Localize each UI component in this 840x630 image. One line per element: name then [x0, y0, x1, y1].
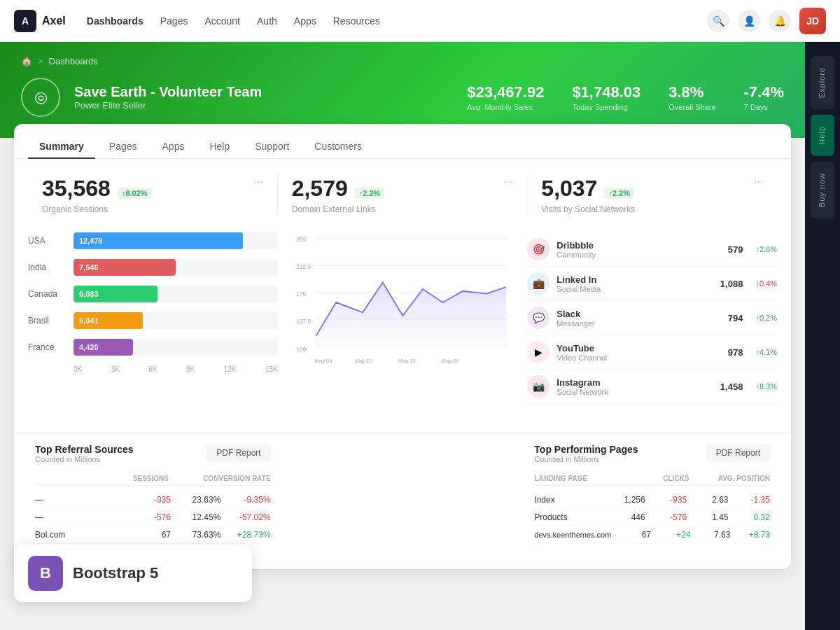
stat-overall-share: 3.8% Overall Share — [668, 83, 715, 111]
tab-help[interactable]: Help — [198, 135, 241, 158]
metric-options-1[interactable]: ··· — [253, 176, 262, 188]
nav-dashboards[interactable]: Dashboards — [87, 15, 144, 27]
bar-fill-brasil: 5,041 — [74, 312, 143, 329]
dribbble-type: Community — [556, 251, 720, 259]
nav-links: Dashboards Pages Account Auth Apps Resou… — [87, 15, 707, 27]
right-sidebar: Explore Help Buy now — [805, 42, 840, 630]
metric-options-3[interactable]: ··· — [754, 176, 763, 188]
brand-icon: A — [14, 10, 36, 32]
nav-resources[interactable]: Resources — [333, 15, 380, 27]
avatar[interactable]: JD — [799, 8, 826, 34]
metric-social-visits: ··· 5,037 ↑2.2% Visits by Social Network… — [527, 176, 777, 214]
tab-support[interactable]: Support — [244, 135, 300, 158]
social-row-instagram: 📷 Instagram Social Network 1,458 ↑8.3% — [527, 370, 777, 404]
referral-row-2: — -576 12.45% -57.02% — [35, 509, 271, 526]
metric-organic-sessions: ··· 35,568 ↑8.02% Organic Sessions — [28, 176, 278, 214]
metrics-row: ··· 35,568 ↑8.02% Organic Sessions ··· 2… — [14, 159, 791, 225]
nav-account[interactable]: Account — [204, 15, 240, 27]
hero-stats: $23,467.92 Avg. Monthly Sales $1,748.03 … — [467, 83, 784, 111]
slack-change: ↑0.2% — [755, 314, 777, 322]
metric-badge-2: ↑2.2% — [355, 188, 385, 199]
brand[interactable]: A Axel — [14, 10, 66, 32]
bar-track-india: 7,546 — [74, 259, 278, 276]
svg-text:100: 100 — [296, 346, 307, 353]
instagram-change: ↑8.3% — [755, 382, 777, 391]
bar-track-brasil: 5,041 — [74, 312, 278, 329]
metric-value-2: 2,579 — [292, 176, 348, 202]
bar-row-usa: USA 12,478 — [28, 232, 278, 249]
bar-label-india: India — [28, 262, 66, 272]
youtube-type: Video Channel — [556, 354, 720, 362]
hero-subtitle: Power Elite Seller — [74, 100, 262, 111]
nav-right: 🔍 👤 🔔 JD — [707, 8, 826, 34]
breadcrumb-separator: > — [38, 56, 43, 66]
nav-pages[interactable]: Pages — [160, 15, 188, 27]
stat-today-spending: $1,748.03 Today Spending — [572, 83, 640, 111]
svg-marker-10 — [316, 282, 505, 345]
hero-content: ◎ Save Earth - Volunteer Team Power Elit… — [21, 78, 784, 117]
tab-summary[interactable]: Summary — [28, 135, 95, 159]
nav-apps[interactable]: Apps — [294, 15, 316, 27]
social-list: 🎯 Dribbble Community 579 ↑2.6% 💼 Linked … — [527, 225, 777, 411]
tab-pages[interactable]: Pages — [98, 135, 148, 158]
instagram-info: Instagram Social Network — [556, 377, 713, 396]
stat-value: -7.4% — [744, 83, 784, 102]
brand-name: Axel — [42, 15, 66, 27]
svg-text:250: 250 — [296, 236, 307, 243]
instagram-icon: 📷 — [527, 375, 550, 398]
home-icon: 🏠 — [21, 56, 32, 66]
svg-text:May 18: May 18 — [398, 358, 415, 364]
stat-label: Avg. Monthly Sales — [467, 103, 544, 111]
tab-customers[interactable]: Customers — [303, 135, 373, 158]
social-row-linkedin: 💼 Linked In Social Media 1,088 ↓0.4% — [527, 267, 777, 301]
instagram-type: Social Network — [556, 388, 713, 396]
linkedin-type: Social Media — [556, 285, 713, 293]
notifications-icon[interactable]: 🔔 — [769, 10, 791, 32]
social-row-youtube: ▶ YouTube Video Channel 978 ↑4.1% — [527, 335, 777, 370]
metric-badge-3: ↑2.2% — [604, 188, 634, 199]
bar-row-brasil: Brasil 5,041 — [28, 312, 278, 329]
stat-monthly-sales: $23,467.92 Avg. Monthly Sales — [467, 83, 544, 111]
nav-auth[interactable]: Auth — [257, 15, 277, 27]
youtube-name: YouTube — [556, 343, 720, 354]
bar-row-india: India 7,546 — [28, 259, 278, 276]
tab-apps[interactable]: Apps — [151, 135, 196, 158]
line-chart-svg: 250 212.5 175 137.5 100 — [278, 232, 528, 372]
bar-fill-france: 4,420 — [74, 339, 133, 356]
buynow-btn[interactable]: Buy now — [811, 162, 834, 218]
dribbble-info: Dribbble Community — [556, 240, 720, 259]
avatar-inner: JD — [799, 8, 826, 34]
bootstrap-icon: B — [28, 556, 63, 591]
breadcrumb-page: Dashboards — [49, 56, 98, 66]
social-row-slack: 💬 Slack Messanger 794 ↑0.2% — [527, 301, 777, 335]
help-btn[interactable]: Help — [811, 115, 834, 156]
linkedin-info: Linked In Social Media — [556, 274, 713, 293]
search-icon[interactable]: 🔍 — [707, 10, 729, 32]
bar-track-france: 4,420 — [74, 339, 278, 356]
metric-options-2[interactable]: ··· — [503, 176, 512, 188]
bar-row-france: France 4,420 — [28, 339, 278, 356]
stat-7days: -7.4% 7 Days — [744, 83, 784, 111]
user-icon[interactable]: 👤 — [738, 10, 760, 32]
youtube-info: YouTube Video Channel — [556, 343, 720, 362]
stat-label: Today Spending — [572, 103, 640, 111]
stat-label: Overall Share — [668, 103, 715, 111]
bar-row-canada: Canada 6,083 — [28, 286, 278, 302]
metric-label-2: Domain External Links — [292, 204, 513, 214]
referral-table-header: SESSIONS CONVERSION RATE — [35, 472, 271, 486]
bootstrap-text: Bootstrap 5 — [73, 564, 158, 582]
dashboard-card: Summary Pages Apps Help Support Customer… — [14, 124, 791, 569]
linkedin-change: ↓0.4% — [755, 279, 777, 288]
dribbble-name: Dribbble — [556, 240, 720, 251]
hero-logo: ◎ — [21, 78, 60, 117]
linkedin-icon: 💼 — [527, 272, 550, 295]
pdf-report-btn-referral[interactable]: PDF Report — [206, 444, 270, 462]
metric-label-1: Organic Sessions — [42, 204, 263, 214]
explore-btn[interactable]: Explore — [811, 56, 834, 109]
pdf-report-btn-pages[interactable]: PDF Report — [706, 444, 770, 462]
bootstrap-badge: B Bootstrap 5 — [14, 545, 252, 602]
bar-label-usa: USA — [28, 236, 66, 246]
instagram-value: 1,458 — [720, 382, 743, 392]
referral-row-1: — -935 23.63% -9.35% — [35, 491, 271, 509]
bar-label-france: France — [28, 342, 66, 352]
